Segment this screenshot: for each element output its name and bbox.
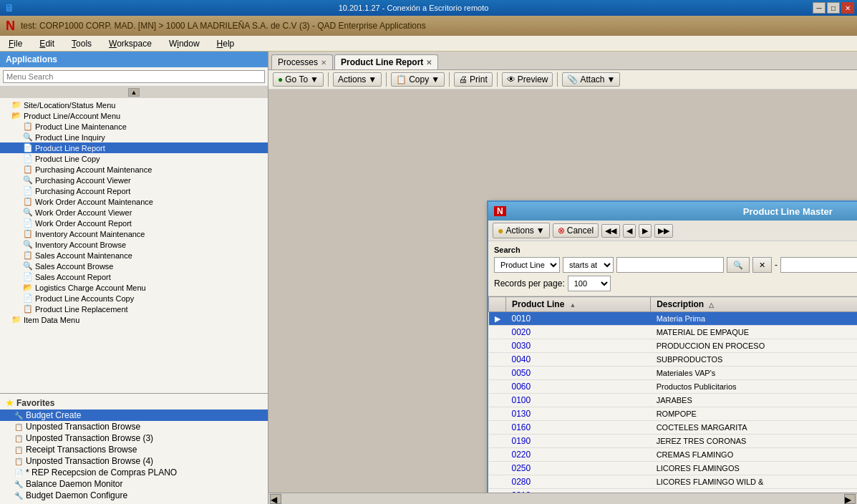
sidebar-item-pl-copy[interactable]: 📄 Product Line Copy (0, 153, 268, 164)
table-row[interactable]: 0060Productos PublicitariosNo (489, 380, 858, 394)
product-line-code[interactable]: 0220 (506, 448, 651, 462)
nav-last-button[interactable]: ▶▶ (654, 224, 673, 238)
search-condition-select[interactable]: starts at contains equals (563, 257, 614, 273)
sidebar-item-item-data[interactable]: 📁 Item Data Menu (0, 314, 268, 325)
actions-button[interactable]: Actions ▼ (333, 72, 382, 87)
menu-file[interactable]: File (6, 38, 25, 49)
product-line-description: JEREZ TRES CORONAS (651, 435, 857, 448)
title-bar-controls[interactable]: ─ □ ✕ (813, 2, 857, 14)
sidebar-item-product-line[interactable]: 📂 Product Line/Account Menu (0, 110, 268, 121)
sidebar-item-pl-report[interactable]: 📄 Product Line Report (0, 142, 268, 153)
fav-item-unposted-browse[interactable]: 📋 Unposted Transaction Browse (0, 421, 268, 432)
product-line-code[interactable]: 0020 (506, 326, 651, 339)
menu-help[interactable]: Help (214, 38, 238, 49)
search-field-select[interactable]: Product Line Description Group (494, 257, 560, 273)
maximize-button[interactable]: □ (827, 2, 840, 14)
tab-processes[interactable]: Processes ✕ (271, 54, 333, 69)
nav-prev-button[interactable]: ◀ (623, 224, 636, 238)
sidebar-item-wo-acct-viewer[interactable]: 🔍 Work Order Account Viewer (0, 207, 268, 218)
fav-item-unposted-browse-3[interactable]: 📋 Unposted Transaction Browse (3) (0, 432, 268, 444)
sidebar-item-pl-inquiry[interactable]: 🔍 Product Line Inquiry (0, 132, 268, 142)
sidebar-item-sales-acct-report[interactable]: 📄 Sales Account Report (0, 271, 268, 282)
sidebar-item-wo-acct-report[interactable]: 📄 Work Order Account Report (0, 218, 268, 228)
menu-workspace[interactable]: Workspace (106, 38, 155, 49)
inner-cancel-button[interactable]: ⊗ Cancel (553, 223, 599, 238)
menu-window[interactable]: Window (166, 38, 203, 49)
fav-item-balance-daemon[interactable]: 🔧 Balance Daemon Monitor (0, 478, 268, 490)
sidebar-item-label: Item Data Menu (24, 316, 79, 324)
sidebar-item-sales-acct-browse[interactable]: 🔍 Sales Account Browse (0, 261, 268, 271)
inner-actions-button[interactable]: ● Actions ▼ (493, 223, 550, 238)
tab-close-processes[interactable]: ✕ (321, 59, 326, 67)
sidebar-item-inv-acct-browse[interactable]: 🔍 Inventory Account Browse (0, 239, 268, 250)
product-line-code[interactable]: 0280 (506, 475, 651, 489)
menu-search-input[interactable] (3, 70, 265, 83)
product-line-code[interactable]: 0050 (506, 367, 651, 380)
product-line-code[interactable]: 0010 (506, 312, 651, 326)
sidebar-item-inv-acct-maint[interactable]: 📋 Inventory Account Maintenance (0, 228, 268, 239)
col-header-description[interactable]: Description △ (651, 297, 857, 312)
table-row[interactable]: ▶0010Materia PrimaNo (489, 312, 858, 326)
h-scroll-left[interactable]: ◀ (270, 494, 281, 504)
sidebar-item-pl-maintenance[interactable]: 📋 Product Line Maintenance (0, 121, 268, 132)
goto-button[interactable]: ● Go To ▼ (273, 72, 324, 87)
records-per-page-select[interactable]: 100 50 25 (568, 276, 611, 291)
search-icon-button[interactable]: 🔍 (727, 257, 750, 273)
search-value-input[interactable] (616, 257, 724, 273)
search-clear-value-button[interactable]: ✕ (752, 257, 772, 273)
product-line-code[interactable]: 0100 (506, 394, 651, 407)
product-line-code[interactable]: 0190 (506, 435, 651, 448)
sidebar-item-site[interactable]: 📁 Site/Location/Status Menu (0, 100, 268, 110)
sidebar-item-sales-acct-maint[interactable]: 📋 Sales Account Maintenance (0, 250, 268, 261)
product-line-code[interactable]: 0160 (506, 421, 651, 435)
fav-item-rep-compras[interactable]: 📄 * REP Recepcsion de Compras PLANO (0, 467, 268, 478)
table-row[interactable]: 0020MATERIAL DE EMPAQUENo (489, 326, 858, 339)
sidebar-item-label: Product Line Replacement (35, 305, 128, 314)
fav-item-budget-daemon[interactable]: 🔧 Budget Daemon Configure (0, 490, 268, 501)
preview-button[interactable]: 👁 Preview (502, 72, 553, 87)
sidebar-item-wo-acct-maint[interactable]: 📋 Work Order Account Maintenance (0, 196, 268, 207)
menu-edit[interactable]: Edit (37, 38, 57, 49)
product-line-code[interactable]: 0310 (506, 489, 651, 493)
product-line-code[interactable]: 0060 (506, 380, 651, 394)
copy-button[interactable]: 📋 Copy ▼ (391, 72, 445, 87)
table-row[interactable]: 0280LICORES FLAMINGO WILD &No (489, 475, 858, 489)
sidebar-item-pl-accounts-copy[interactable]: 📄 Product Line Accounts Copy (0, 293, 268, 304)
product-line-code[interactable]: 0130 (506, 407, 651, 421)
table-row[interactable]: 0040SUBPRODUCTOSNo (489, 353, 858, 367)
table-row[interactable]: 0190JEREZ TRES CORONASNo (489, 435, 858, 448)
table-row[interactable]: 0160COCTELES MARGARITANo (489, 421, 858, 435)
minimize-button[interactable]: ─ (813, 2, 825, 14)
sidebar-item-purch-acct-maint[interactable]: 📋 Purchasing Account Maintenance (0, 164, 268, 175)
menu-tools[interactable]: Tools (69, 38, 95, 49)
table-row[interactable]: 0050Materiales VAP'sNo (489, 367, 858, 380)
fav-item-receipt-browse[interactable]: 📋 Receipt Transactions Browse (0, 444, 268, 455)
close-window-button[interactable]: ✕ (841, 2, 854, 14)
table-row[interactable]: 0030PRODUCCION EN PROCESONo (489, 339, 858, 353)
table-row[interactable]: 0250LICORES FLAMINGOSNo (489, 462, 858, 475)
col-header-product-line[interactable]: Product Line ▲ (506, 297, 651, 312)
table-row[interactable]: 0130ROMPOPENo (489, 407, 858, 421)
nav-first-button[interactable]: ◀◀ (601, 224, 620, 238)
fav-item-unposted-browse-4[interactable]: 📋 Unposted Transaction Browse (4) (0, 455, 268, 467)
product-line-code[interactable]: 0040 (506, 353, 651, 367)
sidebar-item-logistics[interactable]: 📂 Logistics Charge Account Menu (0, 282, 268, 293)
attach-button[interactable]: 📎 Attach ▼ (562, 72, 620, 87)
horizontal-scrollbar[interactable]: ◀ ▶ (268, 493, 857, 504)
table-row[interactable]: 0310LICORES 30%No (489, 489, 858, 493)
print-button[interactable]: 🖨 Print (454, 72, 493, 87)
h-scroll-right[interactable]: ▶ (844, 494, 856, 504)
sidebar-item-purch-acct-viewer[interactable]: 🔍 Purchasing Account Viewer (0, 175, 268, 185)
product-line-code[interactable]: 0030 (506, 339, 651, 353)
table-row[interactable]: 0100JARABESNo (489, 394, 858, 407)
search-range-input[interactable] (780, 257, 857, 273)
tab-close-product-line[interactable]: ✕ (426, 59, 432, 67)
toolbar-sep-4 (497, 72, 498, 87)
product-line-code[interactable]: 0250 (506, 462, 651, 475)
sidebar-item-pl-replacement[interactable]: 📋 Product Line Replacement (0, 304, 268, 314)
nav-play-button[interactable]: ▶ (639, 224, 652, 238)
fav-item-budget-create[interactable]: 🔧 Budget Create (0, 410, 268, 421)
tab-product-line-report[interactable]: Product Line Report ✕ (334, 54, 438, 69)
table-row[interactable]: 0220CREMAS FLAMINGONo (489, 448, 858, 462)
sidebar-item-purch-acct-report[interactable]: 📄 Purchasing Account Report (0, 185, 268, 196)
